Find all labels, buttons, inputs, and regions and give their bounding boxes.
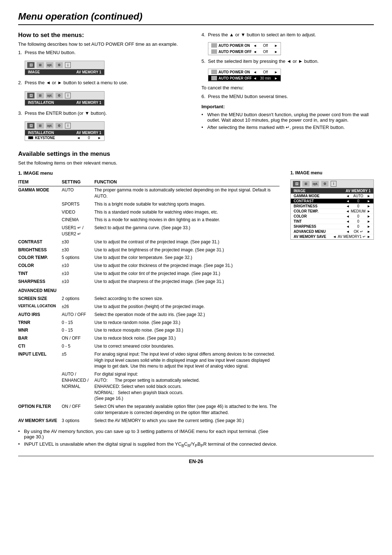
sidebar-row-value: AUTO — [351, 194, 366, 198]
menu-icon-gear3: ⚙ — [56, 123, 63, 129]
menu-icon-opt3: opt. — [46, 123, 53, 129]
menu-icon-grid3: ⊞ — [37, 123, 44, 129]
table-row: BARON / OFFUse to reduce block noise. (S… — [18, 335, 279, 343]
menu-mockup-step2: 🖼 ⊞ opt. ⚙ i INSTALLATION AV MEMORY 1 — [25, 91, 105, 106]
sidebar-icon-info: i — [331, 181, 336, 187]
table-row: GAMMA MODEAUTOThe proper gamma mode is a… — [18, 186, 279, 200]
step4-label: 4. Press the ▲ or ▼ button to select an … — [201, 32, 374, 38]
menu-icon-info2: i — [65, 93, 71, 98]
table-row: CONTRAST±30Use to adjust the contrast of… — [18, 238, 279, 246]
col-header-item: ITEM — [18, 179, 62, 186]
sidebar-row-value: 0 — [351, 214, 366, 218]
row-function: This is a mode for watching movies in di… — [94, 216, 279, 224]
row-function: Use to reduce block noise. (See page 33.… — [94, 335, 279, 343]
row-setting: ±5 — [62, 351, 94, 370]
row-setting: ±10 — [62, 262, 94, 270]
menu-step3-right: AV MEMORY 1 — [76, 131, 101, 135]
step2-label: 2. Press the ◄ or ► button to select a m… — [18, 80, 191, 86]
menu-icon-grid2: ⊞ — [37, 93, 44, 98]
table-row: INPUT LEVEL±5For analog signal input: Th… — [18, 351, 279, 370]
sidebar-arrow-right: ► — [367, 214, 371, 218]
step6-label: 6. Press the MENU button several times. — [201, 93, 374, 100]
row-setting: VIDEO — [62, 208, 94, 216]
sidebar-menu-title-right: AV MEMORY 1 — [346, 189, 371, 193]
page-title: Menu operation (continued) — [18, 11, 374, 25]
image-menu-sidebar: 1. IMAGE menu 🖼 ⊞ opt. ⚙ i IMAGE AV MEMO… — [290, 170, 374, 449]
sidebar-icon-opt: opt. — [312, 181, 319, 187]
sidebar-arrow-left: ◄ — [346, 224, 350, 228]
how-to-set-intro: The following describes how to set AUTO … — [18, 41, 191, 48]
row-setting — [62, 285, 94, 295]
sidebar-row-value: OK ↵ — [351, 230, 366, 234]
col-header-setting: SETTING — [62, 179, 94, 186]
table-row: SPORTSThis is a bright mode suitable for… — [18, 200, 279, 208]
menu-step3-arrow-right: ► — [98, 136, 101, 140]
sidebar-row-label: ADVANCED MENU — [294, 230, 344, 234]
menu-step2-left: INSTALLATION — [28, 101, 54, 105]
settings-table: ITEM SETTING FUNCTION GAMMA MODEAUTOThe … — [18, 179, 279, 425]
sidebar-arrow-left: ◄ — [346, 194, 350, 198]
sidebar-menu-row: BRIGHTNESS◄0► — [291, 204, 373, 209]
row-setting: ON / OFF — [62, 403, 94, 417]
menu-step2-right: AV MEMORY 1 — [76, 101, 101, 105]
row-item: TRNR — [18, 319, 62, 327]
row-item: COLOR TEMP. — [18, 254, 62, 262]
sidebar-row-label: AV MEMORY SAVE — [294, 235, 331, 239]
table-row: BRIGHTNESS±30Use to adjust the brightnes… — [18, 246, 279, 254]
menu-step1-right: AV MEMORY 1 — [76, 70, 101, 74]
table-row: CTI0 - 5Use to correct smeared color bou… — [18, 343, 279, 351]
table-row: USER1 ↵ / USER2 ↵Select to adjust the ga… — [18, 224, 279, 238]
row-item: OPTION FILTER — [18, 403, 62, 417]
sidebar-menu-box: 🖼 ⊞ opt. ⚙ i IMAGE AV MEMORY 1 GAMMA MOD… — [290, 179, 374, 240]
sidebar-arrow-right: ► — [367, 204, 371, 208]
row-setting: 0 - 5 — [62, 343, 94, 351]
settings-main: 1. IMAGE menu ITEM SETTING FUNCTION GAMM… — [18, 170, 279, 449]
row-setting: 5 options — [62, 254, 94, 262]
image-menu-label: 1. IMAGE menu — [18, 170, 279, 177]
row-item: ADVANCED MENU — [18, 285, 62, 295]
row-function: Use to reduce mosquito noise. (See page … — [94, 327, 279, 335]
row-setting: AUTO / OFF — [62, 311, 94, 319]
table-row: TINT±10Use to adjust the color tint of t… — [18, 270, 279, 278]
row-function: For digital signal input: AUTO: The prop… — [94, 370, 279, 403]
row-function — [94, 285, 279, 295]
row-function: Use to adjust the contrast of the projec… — [94, 238, 279, 246]
row-item: SCREEN SIZE — [18, 295, 62, 303]
row-item — [18, 370, 62, 403]
table-row: VIDEOThis is a standard mode suitable fo… — [18, 208, 279, 216]
auto-power-box-step5: AUTO POWER ON ◄ Off ► AUTO POWER OFF ◄ 3… — [208, 69, 281, 82]
row-item — [18, 216, 62, 224]
sidebar-row-label: COLOR TEMP. — [294, 209, 344, 213]
right-column: 4. Press the ▲ or ▼ button to select an … — [201, 32, 374, 145]
row-function: Use to correct smeared color boundaries. — [94, 343, 279, 351]
ap-icon2 — [211, 49, 217, 54]
sidebar-icon-gear: ⚙ — [321, 181, 328, 187]
row-function: Select the operation mode of the auto ir… — [94, 311, 279, 319]
step5-label: 5. Set the selected item by pressing the… — [201, 58, 374, 65]
sidebar-menu-row: COLOR TEMP.◄MEDIUM► — [291, 209, 373, 214]
row-function: For analog signal input: The input level… — [94, 351, 279, 370]
row-item: BAR — [18, 335, 62, 343]
col-header-function: FUNCTION — [94, 179, 279, 186]
menu-step3-row: ⌨ KEYSTONE ◄ 0 ► — [25, 135, 104, 141]
row-item: COLOR — [18, 262, 62, 270]
available-settings-section: Available settings in the menus Set the … — [18, 150, 374, 449]
row-setting: 0 - 15 — [62, 319, 94, 327]
ap-row1-step4: AUTO POWER ON ◄ Off ► — [208, 42, 281, 49]
sidebar-menu-label: 1. IMAGE menu — [290, 170, 374, 176]
row-setting: ON / OFF — [62, 335, 94, 343]
settings-layout: 1. IMAGE menu ITEM SETTING FUNCTION GAMM… — [18, 170, 374, 449]
sidebar-row-label: BRIGHTNESS — [294, 204, 344, 208]
ap-icon4 — [211, 76, 217, 80]
ap-row1-step5: AUTO POWER ON ◄ Off ► — [208, 69, 281, 75]
menu-step3-row-label: ⌨ KEYSTONE — [28, 136, 75, 140]
sidebar-row-value: 0 — [351, 224, 366, 228]
ap-row2-step4: AUTO POWER OFF ◄ Off ► — [208, 49, 281, 55]
sidebar-row-label: TINT — [294, 219, 344, 223]
ap-row2-step5: AUTO POWER OFF ◄ 30 min ► — [208, 75, 281, 81]
sidebar-arrow-right: ► — [367, 224, 371, 228]
menu-icon-info3: i — [65, 123, 71, 129]
left-column: How to set the menus: The following desc… — [18, 32, 191, 145]
sidebar-row-value: 0 — [351, 219, 366, 223]
row-item: CTI — [18, 343, 62, 351]
